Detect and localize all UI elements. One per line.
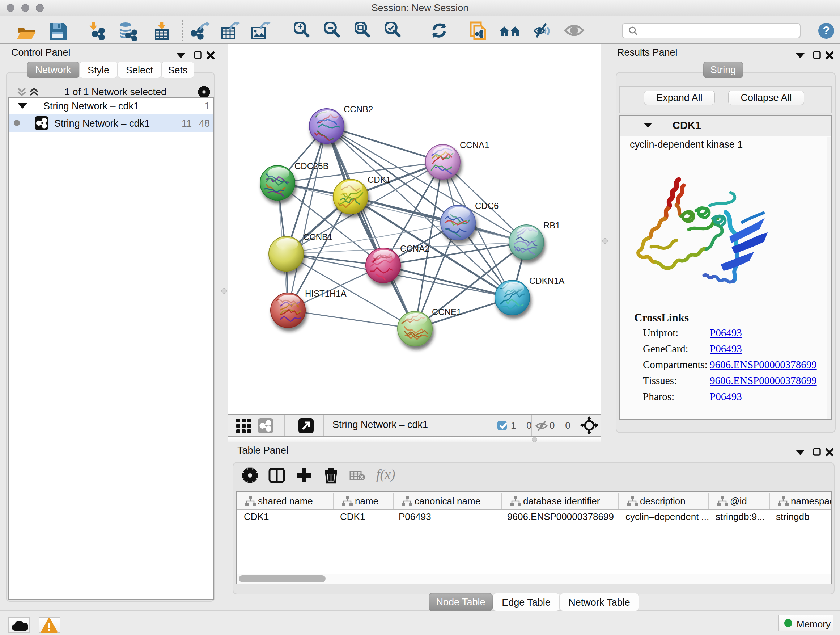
svg-text:CDKN1A: CDKN1A [529, 276, 564, 286]
svg-text:CCNA1: CCNA1 [460, 140, 489, 150]
svg-text:CDC25B: CDC25B [294, 161, 329, 171]
svg-text:CCNB2: CCNB2 [344, 104, 373, 114]
svg-text:CCNA2: CCNA2 [400, 244, 429, 253]
svg-text:CDC6: CDC6 [475, 201, 499, 211]
svg-text:HIST1H1A: HIST1H1A [305, 288, 347, 298]
svg-text:CCNE1: CCNE1 [432, 307, 461, 317]
svg-text:CDK1: CDK1 [368, 175, 391, 185]
svg-text:RB1: RB1 [543, 220, 561, 230]
svg-text:CCNB1: CCNB1 [303, 232, 332, 242]
svg-text:?: ? [823, 24, 830, 37]
